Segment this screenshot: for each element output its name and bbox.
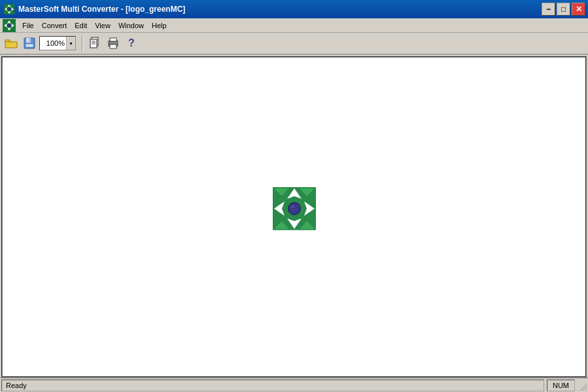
zoom-input[interactable] <box>40 37 66 50</box>
svg-rect-13 <box>5 40 9 42</box>
help-button[interactable]: ? <box>123 35 140 52</box>
open-button[interactable] <box>3 35 20 52</box>
close-button[interactable]: ✕ <box>572 3 585 16</box>
svg-line-41 <box>585 389 587 391</box>
minimize-button[interactable]: − <box>542 3 555 16</box>
svg-point-37 <box>289 203 300 213</box>
svg-rect-17 <box>26 44 33 47</box>
menu-file[interactable]: File <box>18 20 38 31</box>
menu-window[interactable]: Window <box>114 20 148 31</box>
print-button[interactable] <box>105 35 122 52</box>
print-icon <box>107 37 120 50</box>
toolbar-separator-1 <box>82 35 83 52</box>
menu-convert[interactable]: Convert <box>38 20 71 31</box>
zoom-container: ▼ <box>39 36 76 50</box>
content-area <box>1 56 587 378</box>
help-icon: ? <box>128 37 135 49</box>
copy-icon <box>88 37 101 50</box>
save-icon <box>23 37 36 50</box>
svg-rect-24 <box>110 38 116 41</box>
svg-point-11 <box>7 24 11 27</box>
app-logo <box>273 187 316 230</box>
maximize-button[interactable]: □ <box>557 3 570 16</box>
status-right: NUM <box>547 380 587 391</box>
app-icon <box>4 4 14 14</box>
menu-edit[interactable]: Edit <box>71 20 91 31</box>
svg-rect-26 <box>116 42 117 43</box>
status-bar: Ready NUM <box>0 378 588 392</box>
menu-app-icon <box>3 19 16 32</box>
open-icon <box>5 37 18 50</box>
svg-rect-25 <box>110 45 116 48</box>
copy-button[interactable] <box>86 35 103 52</box>
svg-point-38 <box>290 205 294 207</box>
svg-rect-16 <box>29 39 30 42</box>
status-text: Ready <box>1 380 544 391</box>
zoom-dropdown-button[interactable]: ▼ <box>66 37 75 50</box>
title-bar-buttons: − □ ✕ <box>542 3 585 16</box>
menu-bar: File Convert Edit View Window Help <box>0 18 588 33</box>
title-bar-text: MasterSoft Multi Converter - [logo_green… <box>18 5 185 14</box>
logo-container <box>273 187 316 230</box>
title-bar: MasterSoft Multi Converter - [logo_green… <box>0 0 588 18</box>
main-window: MasterSoft Multi Converter - [logo_green… <box>0 0 588 392</box>
save-button[interactable] <box>21 35 38 52</box>
resize-handle[interactable] <box>576 380 587 391</box>
menu-help[interactable]: Help <box>148 20 171 31</box>
num-indicator: NUM <box>547 380 575 391</box>
toolbar: ▼ ? <box>0 33 588 55</box>
resize-icon <box>578 382 587 391</box>
menu-view[interactable]: View <box>91 20 114 31</box>
title-bar-left: MasterSoft Multi Converter - [logo_green… <box>4 4 185 14</box>
svg-point-5 <box>8 8 11 11</box>
